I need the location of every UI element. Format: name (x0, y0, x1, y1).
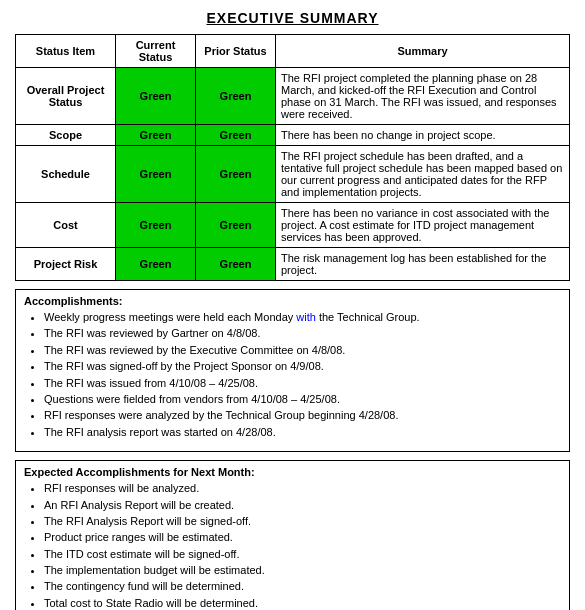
list-item: The RFI was reviewed by the Executive Co… (44, 343, 561, 358)
header-status-item: Status Item (16, 35, 116, 68)
page-title: EXECUTIVE SUMMARY (15, 10, 570, 26)
prior-status-cell: Green (196, 248, 276, 281)
prior-status-cell: Green (196, 146, 276, 203)
list-item: The ITD cost estimate will be signed-off… (44, 547, 561, 562)
list-item: RFI responses will be analyzed. (44, 481, 561, 496)
header-prior-status: Prior Status (196, 35, 276, 68)
summary-cell: There has been no variance in cost assoc… (276, 203, 570, 248)
list-item: The RFI was issued from 4/10/08 – 4/25/0… (44, 376, 561, 391)
accomplishments-section: Accomplishments: Weekly progress meeting… (15, 289, 570, 452)
current-status-cell: Green (116, 203, 196, 248)
expected-title: Expected Accomplishments for Next Month: (24, 466, 561, 478)
status-item-cell: Schedule (16, 146, 116, 203)
summary-cell: The RFI project schedule has been drafte… (276, 146, 570, 203)
status-item-cell: Cost (16, 203, 116, 248)
list-item: The RFI Analysis Report will be signed-o… (44, 514, 561, 529)
expected-list: RFI responses will be analyzed.An RFI An… (44, 481, 561, 610)
list-item: Weekly progress meetings were held each … (44, 310, 561, 325)
list-item: The contingency fund will be determined. (44, 579, 561, 594)
list-item: The RFI analysis report was started on 4… (44, 425, 561, 440)
table-row: CostGreenGreenThere has been no variance… (16, 203, 570, 248)
current-status-cell: Green (116, 248, 196, 281)
expected-section: Expected Accomplishments for Next Month:… (15, 460, 570, 610)
summary-cell: The risk management log has been establi… (276, 248, 570, 281)
prior-status-cell: Green (196, 125, 276, 146)
summary-cell: The RFI project completed the planning p… (276, 68, 570, 125)
prior-status-cell: Green (196, 203, 276, 248)
table-row: ScheduleGreenGreenThe RFI project schedu… (16, 146, 570, 203)
list-item: Product price ranges will be estimated. (44, 530, 561, 545)
list-item: The implementation budget will be estima… (44, 563, 561, 578)
current-status-cell: Green (116, 125, 196, 146)
list-item: RFI responses were analyzed by the Techn… (44, 408, 561, 423)
table-row: Overall Project StatusGreenGreenThe RFI … (16, 68, 570, 125)
header-summary: Summary (276, 35, 570, 68)
list-item: The RFI was reviewed by Gartner on 4/8/0… (44, 326, 561, 341)
accomplishments-list: Weekly progress meetings were held each … (44, 310, 561, 440)
summary-cell: There has been no change in project scop… (276, 125, 570, 146)
list-item: Questions were fielded from vendors from… (44, 392, 561, 407)
status-item-cell: Project Risk (16, 248, 116, 281)
status-table: Status Item Current Status Prior Status … (15, 34, 570, 281)
current-status-cell: Green (116, 68, 196, 125)
list-item: The RFI was signed-off by the Project Sp… (44, 359, 561, 374)
table-row: ScopeGreenGreenThere has been no change … (16, 125, 570, 146)
prior-status-cell: Green (196, 68, 276, 125)
table-row: Project RiskGreenGreenThe risk managemen… (16, 248, 570, 281)
accomplishments-title: Accomplishments: (24, 295, 561, 307)
list-item: An RFI Analysis Report will be created. (44, 498, 561, 513)
header-current-status: Current Status (116, 35, 196, 68)
status-item-cell: Scope (16, 125, 116, 146)
current-status-cell: Green (116, 146, 196, 203)
list-item: Total cost to State Radio will be determ… (44, 596, 561, 610)
status-item-cell: Overall Project Status (16, 68, 116, 125)
